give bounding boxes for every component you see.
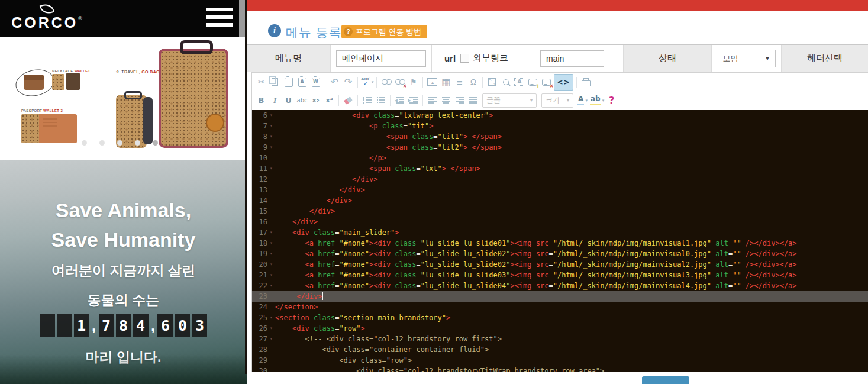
image-icon[interactable]: ▴	[426, 75, 438, 89]
fold-arrow-icon[interactable]: ▾	[267, 334, 275, 344]
code-line-20[interactable]: 20▾ <a href="#none"><div class="lu_slide…	[252, 259, 868, 270]
line-number: 9	[252, 142, 267, 153]
slider-dot[interactable]	[153, 140, 158, 146]
align-center-icon[interactable]	[440, 93, 452, 108]
undo-icon[interactable]: ↶	[328, 75, 341, 89]
code-line-11[interactable]: 11▾ <span class="txt"> </span>	[252, 163, 868, 174]
code-line-7[interactable]: 7▾ <p class="tit">	[252, 121, 868, 131]
fold-arrow-icon[interactable]: ▾	[267, 110, 275, 121]
about-icon[interactable]: ?	[605, 93, 618, 108]
numbered-list-icon[interactable]	[361, 93, 373, 108]
cut-icon[interactable]: ✂	[255, 75, 267, 89]
code-line-13[interactable]: 13 </div>	[252, 185, 868, 195]
special-char-icon[interactable]: Ω	[467, 75, 479, 89]
align-left-icon[interactable]	[426, 93, 438, 108]
outdent-icon[interactable]	[393, 93, 406, 108]
code-line-14[interactable]: 14 </div>	[252, 195, 868, 206]
hamburger-menu-icon[interactable]	[206, 8, 233, 28]
code-line-6[interactable]: 6▾ <div class="txtwrap text-center">	[252, 110, 868, 121]
find-icon[interactable]	[499, 75, 512, 89]
fold-arrow-icon[interactable]: ▾	[267, 142, 275, 153]
code-line-28[interactable]: 28 <div class="container container-fluid…	[252, 344, 868, 355]
superscript-icon[interactable]: x²	[323, 93, 335, 108]
italic-icon[interactable]: I	[269, 93, 281, 108]
unlink-icon[interactable]: ×	[393, 75, 406, 89]
code-line-19[interactable]: 19▾ <a href="#none"><div class="lu_slide…	[252, 249, 868, 259]
select-all-icon[interactable]: A	[513, 75, 525, 89]
fold-arrow-icon[interactable]: ▾	[267, 280, 275, 291]
code-line-12[interactable]: 12 </div>	[252, 174, 868, 185]
fold-arrow-icon[interactable]: ▾	[267, 323, 275, 334]
fold-arrow-icon[interactable]: ▾	[267, 270, 275, 280]
slider-dot[interactable]	[82, 140, 87, 146]
font-dropdown[interactable]: 글꼴▾	[482, 93, 537, 108]
code-line-25[interactable]: 25▾<section class="section-main-brandsto…	[252, 312, 868, 323]
fold-arrow-icon[interactable]: ▾	[267, 227, 275, 238]
code-line-22[interactable]: 22▾ <a href="#none"><div class="lu_slide…	[252, 280, 868, 291]
fold-arrow-icon[interactable]: ▾	[267, 259, 275, 270]
bold-icon[interactable]: B	[255, 93, 267, 108]
code-line-18[interactable]: 18▾ <a href="#none"><div class="lu_slide…	[252, 238, 868, 249]
print-icon[interactable]	[580, 75, 592, 89]
code-line-9[interactable]: 9▾ <span class="tit2"> </span>	[252, 142, 868, 153]
code-line-27[interactable]: 27▾ <!-- <div class="col-12 brandstory_r…	[252, 334, 868, 344]
code-line-10[interactable]: 10 </p>	[252, 153, 868, 163]
code-line-29[interactable]: 29 <div class="row">	[252, 355, 868, 366]
code-line-30[interactable]: 30 <div class="col-12 brandstoryTitWrap …	[252, 366, 868, 372]
slider-dot[interactable]	[117, 140, 122, 146]
remove-format-icon[interactable]	[342, 93, 354, 108]
justify-icon[interactable]	[467, 93, 479, 108]
maximize-icon[interactable]	[486, 75, 498, 89]
code-line-8[interactable]: 8▾ <span class="tit1"> </span>	[252, 131, 868, 142]
paste-icon[interactable]	[282, 75, 295, 89]
copy-icon[interactable]	[269, 75, 281, 89]
code-line-17[interactable]: 17▾ <div class="main_slider">	[252, 227, 868, 238]
horizontal-line-icon[interactable]: ≣	[453, 75, 466, 89]
subscript-icon[interactable]: x₂	[309, 93, 322, 108]
anchor-icon[interactable]: ⚑	[407, 75, 420, 89]
external-link-checkbox[interactable]	[460, 54, 469, 63]
program-link-help-button[interactable]: ? 프로그램 연동 방법	[341, 25, 427, 38]
paste-word-icon[interactable]: W	[309, 75, 322, 89]
strike-icon[interactable]: abc	[296, 93, 308, 108]
slider-dot[interactable]	[99, 140, 105, 146]
url-input[interactable]	[540, 50, 604, 67]
table-icon[interactable]: ▦	[440, 75, 452, 89]
fold-arrow-icon[interactable]: ▾	[267, 163, 275, 174]
fold-arrow-icon[interactable]: ▾	[267, 238, 275, 249]
fold-arrow-icon[interactable]: ▾	[267, 121, 275, 131]
add-comment-icon[interactable]: +	[527, 75, 539, 89]
fold-arrow-icon[interactable]: ▾	[267, 312, 275, 323]
redo-icon[interactable]: ↷	[342, 75, 354, 89]
status-select[interactable]: 보임 ▼	[718, 50, 776, 67]
preview-scrollbar-thumb[interactable]	[239, 0, 245, 37]
bg-color-icon[interactable]: ab▾	[590, 93, 604, 108]
remove-comment-icon[interactable]: ×	[540, 75, 553, 89]
save-button[interactable]: 저장하기	[642, 376, 689, 384]
spellcheck-icon[interactable]: ABC✓▾	[361, 75, 373, 89]
indent-icon[interactable]	[407, 93, 420, 108]
fold-arrow-icon[interactable]: ▾	[267, 131, 275, 142]
code-line-24[interactable]: 24</section>	[252, 302, 868, 312]
question-icon: ?	[344, 27, 353, 36]
code-line-23[interactable]: 23 </div>	[252, 291, 868, 302]
align-right-icon[interactable]	[453, 93, 466, 108]
site-logo[interactable]: CORCO®	[11, 4, 83, 30]
product-slider[interactable]: NECKLACE WALLET PASSPORT WALLET 3 ✈ TRAV…	[0, 37, 247, 160]
link-icon[interactable]	[380, 75, 392, 89]
underline-icon[interactable]: U	[282, 93, 295, 108]
code-line-15[interactable]: 15 </div>	[252, 206, 868, 217]
code-line-16[interactable]: 16 </div>	[252, 217, 868, 227]
line-number: 10	[252, 153, 267, 163]
code-line-26[interactable]: 26▾ <div class="row">	[252, 323, 868, 334]
menu-name-input[interactable]	[336, 50, 426, 67]
slider-dot[interactable]	[135, 140, 140, 146]
bulleted-list-icon[interactable]	[375, 93, 387, 108]
size-dropdown[interactable]: 크기▾	[541, 93, 573, 108]
fold-arrow-icon[interactable]: ▾	[267, 249, 275, 259]
paste-text-icon[interactable]: A	[296, 75, 308, 89]
code-line-21[interactable]: 21▾ <a href="#none"><div class="lu_slide…	[252, 270, 868, 280]
source-icon[interactable]: <>	[554, 74, 573, 91]
text-color-icon[interactable]: A▾	[576, 93, 589, 108]
code-area[interactable]: 6▾ <div class="txtwrap text-center">7▾ <…	[252, 110, 868, 372]
